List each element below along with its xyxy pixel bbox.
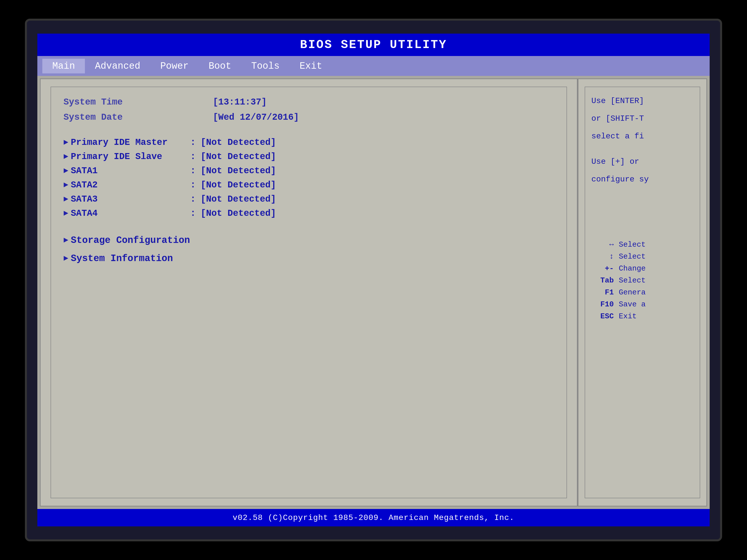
system-time-row: System Time [13:11:37]: [63, 97, 554, 107]
sata2-status: [Not Detected]: [201, 180, 276, 190]
menu-item-main[interactable]: Main: [42, 59, 85, 74]
shortcut-key-f10: F10: [591, 300, 614, 309]
system-date-value[interactable]: [Wed 12/07/2016]: [213, 112, 299, 123]
colon-3: :: [190, 180, 196, 190]
primary-ide-slave-row[interactable]: ► Primary IDE Slave : [Not Detected]: [63, 152, 554, 162]
primary-ide-master-row[interactable]: ► Primary IDE Master : [Not Detected]: [63, 137, 554, 148]
help-text-1: Use [ENTER]: [591, 95, 693, 107]
help-text-2: or [SHIFT-T: [591, 112, 693, 125]
shortcut-desc-tab: Select: [619, 276, 646, 285]
shortcut-desc-esc: Exit: [619, 312, 637, 321]
arrow-icon-sata4: ►: [63, 209, 68, 218]
shortcut-desc-f10: Save a: [619, 300, 646, 309]
sata4-row[interactable]: ► SATA4 : [Not Detected]: [63, 208, 554, 218]
primary-ide-master-label: Primary IDE Master: [71, 137, 190, 148]
sata4-status: [Not Detected]: [201, 208, 276, 218]
right-panel: Use [ENTER] or [SHIFT-T select a fi Use …: [578, 78, 707, 506]
bios-title: BIOS SETUP UTILITY: [300, 38, 447, 52]
arrow-icon-primary-ide-slave: ►: [63, 152, 68, 161]
shortcut-desc-plusminus: Change: [619, 264, 646, 273]
shortcut-row-tab: Tab Select: [591, 276, 693, 285]
primary-ide-slave-status: [Not Detected]: [201, 152, 276, 162]
shortcut-row-arrows-ud: ↕ Select: [591, 252, 693, 261]
storage-config-row[interactable]: ► Storage Configuration: [63, 235, 554, 246]
arrow-icon-primary-ide-master: ►: [63, 138, 68, 147]
storage-config-label: Storage Configuration: [71, 235, 190, 246]
help-text-3: select a fi: [591, 130, 693, 142]
colon-2: :: [190, 166, 196, 176]
arrow-icon-storage-config: ►: [63, 236, 68, 245]
main-panel-inner: System Time [13:11:37] System Date [Wed …: [51, 87, 567, 498]
sata1-status: [Not Detected]: [201, 166, 276, 176]
monitor: BIOS SETUP UTILITY Main Advanced Power B…: [25, 19, 722, 541]
colon-0: :: [190, 137, 196, 148]
sata2-label: SATA2: [71, 180, 190, 190]
right-panel-inner: Use [ENTER] or [SHIFT-T select a fi Use …: [585, 87, 700, 498]
shortcut-desc-ud: Select: [619, 252, 646, 261]
system-time-value[interactable]: [13:11:37]: [213, 97, 267, 107]
menu-bar: Main Advanced Power Boot Tools Exit: [37, 56, 710, 76]
sata3-status: [Not Detected]: [201, 194, 276, 204]
shortcut-row-arrows-lr: ↔ Select: [591, 240, 693, 249]
arrow-icon-sata1: ►: [63, 166, 68, 176]
main-panel: System Time [13:11:37] System Date [Wed …: [40, 78, 578, 506]
colon-5: :: [190, 208, 196, 218]
sata2-row[interactable]: ► SATA2 : [Not Detected]: [63, 180, 554, 190]
menu-item-boot[interactable]: Boot: [199, 59, 241, 74]
system-date-label: System Date: [63, 112, 203, 123]
help-text-6: configure sy: [591, 173, 693, 186]
shortcut-row-esc: ESC Exit: [591, 312, 693, 321]
colon-4: :: [190, 194, 196, 204]
sata1-row[interactable]: ► SATA1 : [Not Detected]: [63, 166, 554, 176]
arrow-icon-sata2: ►: [63, 181, 68, 190]
colon-1: :: [190, 152, 196, 162]
menu-item-tools[interactable]: Tools: [241, 59, 290, 74]
sata4-label: SATA4: [71, 208, 190, 218]
shortcut-key-plusminus: +-: [591, 264, 614, 273]
shortcut-key-f1: F1: [591, 288, 614, 297]
primary-ide-slave-label: Primary IDE Slave: [71, 152, 190, 162]
status-bar-text: v02.58 (C)Copyright 1985-2009. American …: [233, 513, 514, 523]
screen: BIOS SETUP UTILITY Main Advanced Power B…: [37, 34, 710, 526]
system-info-row[interactable]: ► System Information: [63, 253, 554, 264]
system-info-label: System Information: [71, 253, 173, 264]
shortcut-row-plusminus: +- Change: [591, 264, 693, 273]
shortcut-desc-lr: Select: [619, 240, 646, 249]
shortcut-row-f10: F10 Save a: [591, 300, 693, 309]
arrow-icon-system-info: ►: [63, 254, 68, 263]
help-text-5: Use [+] or: [591, 155, 693, 168]
sata3-row[interactable]: ► SATA3 : [Not Detected]: [63, 194, 554, 204]
primary-ide-master-status: [Not Detected]: [201, 137, 276, 148]
menu-item-advanced[interactable]: Advanced: [85, 59, 150, 74]
shortcut-key-esc: ESC: [591, 312, 614, 321]
middle-section: System Time [13:11:37] System Date [Wed …: [37, 76, 710, 509]
sata3-label: SATA3: [71, 194, 190, 204]
system-date-row: System Date [Wed 12/07/2016]: [63, 112, 554, 123]
status-bar: v02.58 (C)Copyright 1985-2009. American …: [37, 509, 710, 526]
arrow-icon-sata3: ►: [63, 195, 68, 204]
shortcut-desc-f1: Genera: [619, 288, 646, 297]
system-time-label: System Time: [63, 97, 203, 107]
shortcut-key-ud: ↕: [591, 252, 614, 261]
sata1-label: SATA1: [71, 166, 190, 176]
shortcut-key-tab: Tab: [591, 276, 614, 285]
menu-item-power[interactable]: Power: [150, 59, 199, 74]
title-bar: BIOS SETUP UTILITY: [37, 34, 710, 56]
shortcut-key-lr: ↔: [591, 240, 614, 249]
menu-item-exit[interactable]: Exit: [290, 59, 332, 74]
shortcut-row-f1: F1 Genera: [591, 288, 693, 297]
